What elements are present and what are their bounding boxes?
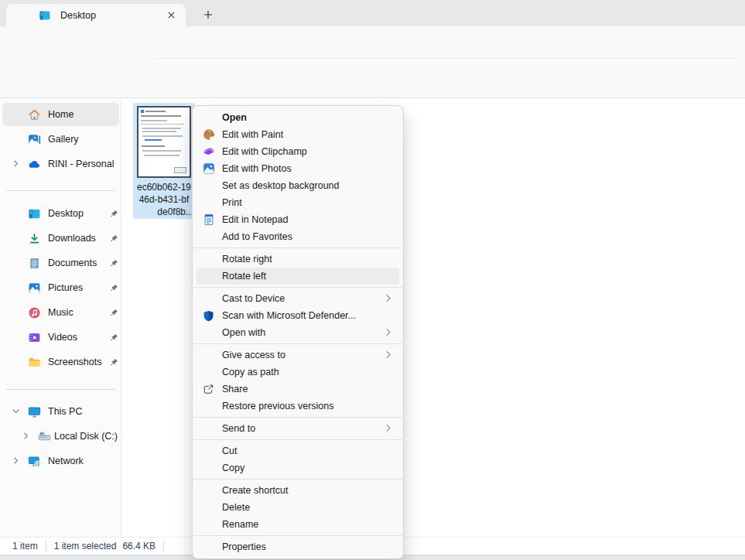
chevron-right-icon[interactable]	[22, 432, 31, 441]
onedrive-cloud-icon	[28, 158, 41, 171]
menu-item-properties[interactable]: Properties	[197, 538, 399, 555]
menu-item-add-to-favorites[interactable]: Add to Favorites	[197, 228, 399, 245]
folder-icon	[28, 356, 41, 369]
menu-item-rotate-left[interactable]: Rotate left	[197, 268, 399, 285]
menu-item-share[interactable]: Share	[197, 381, 399, 398]
menu-item-send-to[interactable]: Send to	[197, 420, 399, 437]
chevron-right-icon[interactable]	[12, 159, 21, 169]
menu-item-edit-in-notepad[interactable]: Edit in Notepad	[197, 211, 399, 228]
sidebar-item-label: Desktop	[48, 208, 84, 219]
sidebar-item-screenshots[interactable]: Screenshots	[2, 350, 119, 374]
music-icon	[28, 306, 41, 319]
selection-count: 1 item selected	[54, 541, 117, 551]
tab-title: Desktop	[60, 10, 96, 21]
new-tab-button[interactable]	[200, 6, 217, 23]
menu-item-cast-to-device[interactable]: Cast to Device	[197, 290, 399, 307]
sidebar-item-gallery[interactable]: Gallery	[2, 128, 119, 151]
photos-icon	[200, 162, 217, 175]
pin-icon	[109, 258, 119, 268]
sidebar-item-label: Documents	[48, 258, 97, 268]
sidebar-item-network[interactable]: Network	[2, 449, 119, 473]
notepad-icon	[200, 213, 217, 226]
menu-item-open-with[interactable]: Open with	[197, 324, 399, 341]
sidebar-item-home[interactable]: Home	[2, 103, 119, 126]
downloads-icon	[28, 232, 41, 245]
menu-item-edit-with-paint[interactable]: Edit with Paint	[197, 126, 399, 143]
menu-item-edit-with-photos[interactable]: Edit with Photos	[197, 160, 399, 177]
menu-item-cut[interactable]: Cut	[197, 442, 399, 459]
sidebar-item-label: Gallery	[48, 134, 79, 145]
chevron-down-icon[interactable]	[12, 407, 21, 416]
desktop-icon	[28, 207, 41, 220]
menu-item-delete[interactable]: Delete	[197, 499, 399, 516]
menu-item-scan-with-defender[interactable]: Scan with Microsoft Defender...	[197, 307, 399, 324]
chevron-right-icon	[384, 328, 393, 337]
navigation-bar: Desktop	[0, 26, 745, 60]
sidebar-item-videos[interactable]: Videos	[2, 326, 119, 349]
sidebar-item-music[interactable]: Music	[2, 301, 119, 324]
navigation-pane: Home Gallery RINI - Personal Desktop	[0, 98, 121, 537]
documents-icon	[28, 257, 41, 270]
defender-shield-icon	[200, 309, 217, 322]
sidebar-item-label: Local Disk (C:)	[54, 431, 118, 442]
sidebar-item-label: Videos	[48, 332, 77, 343]
menu-item-create-shortcut[interactable]: Create shortcut	[197, 482, 399, 499]
menu-item-rename[interactable]: Rename	[197, 516, 399, 533]
file-explorer-window: Desktop Desktop	[0, 0, 745, 560]
sidebar-item-pictures[interactable]: Pictures	[2, 276, 119, 299]
chevron-right-icon	[384, 294, 393, 303]
chevron-right-icon[interactable]	[12, 456, 21, 466]
sidebar-item-label: Network	[48, 456, 84, 466]
clipchamp-icon	[200, 145, 217, 158]
menu-item-copy[interactable]: Copy	[197, 459, 399, 476]
monitor-icon	[28, 405, 41, 418]
pin-icon	[109, 209, 119, 219]
chevron-right-icon	[384, 424, 393, 433]
sidebar-item-label: Home	[48, 109, 73, 120]
menu-item-give-access-to[interactable]: Give access to	[197, 347, 399, 364]
network-icon	[28, 455, 41, 468]
menu-item-print[interactable]: Print	[197, 194, 399, 211]
pin-icon	[109, 333, 119, 343]
sidebar-item-this-pc[interactable]: This PC	[2, 400, 119, 423]
tab-strip: Desktop	[0, 0, 745, 26]
sidebar-item-local-disk[interactable]: Local Disk (C:)	[2, 425, 119, 448]
desktop-folder-icon	[39, 9, 51, 22]
disk-drive-icon	[38, 430, 51, 443]
pin-icon	[109, 357, 119, 367]
menu-item-rotate-right[interactable]: Rotate right	[197, 251, 399, 268]
sidebar-item-documents[interactable]: Documents	[2, 251, 119, 275]
tab-desktop[interactable]: Desktop	[6, 4, 186, 26]
sidebar-item-label: Screenshots	[48, 357, 101, 367]
pin-icon	[109, 283, 119, 293]
pin-icon	[109, 308, 119, 318]
paint-palette-icon	[200, 128, 217, 141]
sidebar-item-label: RINI - Personal	[48, 159, 114, 169]
selected-file-tile[interactable]: ec60b062-19 46d-b431-bf de0f8b...	[133, 103, 195, 219]
sidebar-item-onedrive[interactable]: RINI - Personal	[2, 152, 119, 176]
menu-item-open[interactable]: Open	[197, 109, 399, 126]
tab-close-icon[interactable]	[165, 9, 178, 22]
gallery-icon	[28, 133, 41, 146]
menu-item-restore-previous-versions[interactable]: Restore previous versions	[197, 398, 399, 415]
file-thumbnail	[137, 106, 191, 178]
sidebar-item-label: This PC	[48, 406, 82, 417]
menu-item-edit-with-clipchamp[interactable]: Edit with Clipchamp	[197, 143, 399, 160]
pictures-icon	[28, 282, 41, 295]
sidebar-item-label: Pictures	[48, 282, 83, 293]
sidebar-item-desktop[interactable]: Desktop	[2, 202, 119, 225]
item-count: 1 item	[12, 541, 38, 551]
selection-size: 66.4 KB	[122, 541, 155, 551]
menu-item-set-as-desktop-background[interactable]: Set as desktop background	[197, 177, 399, 194]
sidebar-item-label: Music	[48, 307, 73, 318]
videos-icon	[28, 331, 41, 344]
sidebar-item-downloads[interactable]: Downloads	[2, 227, 119, 250]
pin-icon	[109, 234, 119, 244]
sidebar-item-label: Downloads	[48, 233, 96, 244]
chevron-right-icon	[384, 350, 393, 360]
file-name: ec60b062-19 46d-b431-bf de0f8b...	[133, 181, 195, 218]
share-icon	[200, 383, 217, 395]
command-toolbar: New Sort	[0, 60, 745, 98]
menu-item-copy-as-path[interactable]: Copy as path	[197, 364, 399, 381]
context-menu: Open Edit with Paint Edit with Clipchamp…	[192, 105, 404, 559]
